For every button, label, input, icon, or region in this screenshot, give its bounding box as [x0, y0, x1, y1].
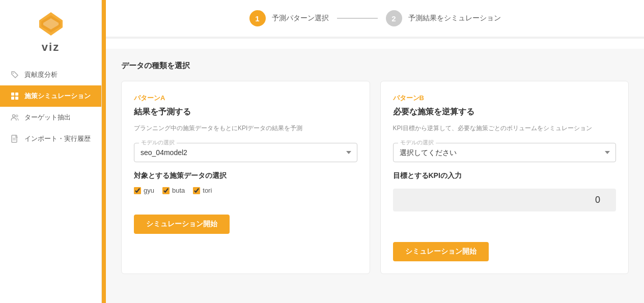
step-2-circle: 2: [386, 10, 402, 26]
tag-icon: [10, 70, 19, 79]
pattern-a-simulate-button[interactable]: シミュレーション開始: [134, 215, 230, 234]
step-2: 2 予測結果をシミュレーション: [386, 10, 501, 26]
sidebar-item-contribution-label: 貢献度分析: [24, 70, 58, 79]
main-content: 1 予測パターン選択 2 予測結果をシミュレーション データの種類を選択 パター…: [106, 0, 644, 303]
kpi-input-title: 目標とするKPIの入力: [393, 171, 617, 180]
checkbox-gyu[interactable]: gyu: [134, 187, 154, 194]
pattern-b-model-group: モデルの選択 選択してください seo_04model2: [393, 143, 617, 162]
pattern-a-model-label: モデルの選択: [139, 139, 177, 146]
kpi-input[interactable]: [401, 195, 608, 205]
pattern-b-card: パターンB 必要な施策を逆算する KPI目標から逆算して、必要な施策ごとのボリュ…: [380, 81, 629, 274]
pattern-b-label: パターンB: [393, 94, 617, 103]
checkbox-buta-input[interactable]: [162, 187, 170, 194]
file-icon: [10, 134, 19, 143]
cards-row: パターンA 結果を予測する プランニング中の施策データをもとにKPIデータの結果…: [121, 81, 629, 274]
sidebar-item-simulation-label: 施策シミュレーション: [24, 92, 91, 101]
pattern-b-description: KPI目標から逆算して、必要な施策ごとのボリュームをシミュレーション: [393, 124, 617, 133]
svg-rect-7: [15, 97, 18, 100]
svg-rect-6: [11, 97, 14, 100]
sidebar-item-target[interactable]: ターゲット抽出: [0, 107, 101, 128]
sidebar-nav: 貢献度分析 施策シミュレーション: [0, 64, 101, 149]
logo-text: viz: [42, 41, 60, 54]
logo-icon: [37, 10, 65, 38]
step-1-circle: 1: [249, 10, 266, 26]
sidebar-item-contribution[interactable]: 貢献度分析: [0, 64, 101, 85]
pattern-a-description: プランニング中の施策データをもとにKPIデータの結果を予測: [134, 124, 357, 133]
step-connector: [337, 18, 378, 19]
section-title: データの種類を選択: [121, 61, 629, 71]
checkbox-buta-label: buta: [172, 187, 185, 194]
checkbox-gyu-input[interactable]: [134, 187, 141, 194]
checkbox-buta[interactable]: buta: [162, 187, 185, 194]
sidebar-item-simulation[interactable]: 施策シミュレーション: [0, 85, 101, 107]
pattern-b-model-label: モデルの選択: [398, 139, 436, 146]
accent-bar: [102, 0, 106, 303]
grid-icon: [10, 92, 19, 101]
sidebar-item-import[interactable]: インポート・実行履歴: [0, 128, 101, 149]
checkbox-tori-input[interactable]: [193, 187, 200, 194]
step-2-label: 予測結果をシミュレーション: [408, 14, 501, 23]
checkbox-group: gyu buta tori: [134, 187, 357, 194]
step-1: 1 予測パターン選択: [249, 10, 329, 26]
data-selection-title: 対象とする施策データの選択: [134, 171, 357, 180]
svg-point-9: [16, 115, 18, 117]
content-area: データの種類を選択 パターンA 結果を予測する プランニング中の施策データをもと…: [106, 49, 644, 303]
kpi-input-box: [393, 189, 617, 211]
pattern-b-simulate-button[interactable]: シミュレーション開始: [393, 242, 489, 261]
logo-area: viz: [0, 0, 101, 59]
pattern-a-model-group: モデルの選択 seo_04model2 seo_03model1 seo_02m…: [134, 143, 357, 162]
checkbox-gyu-label: gyu: [144, 187, 154, 194]
pattern-b-title: 必要な施策を逆算する: [393, 107, 617, 117]
people-icon: [10, 113, 19, 122]
sidebar-item-target-label: ターゲット抽出: [24, 113, 71, 122]
svg-point-8: [13, 115, 15, 117]
checkbox-tori[interactable]: tori: [193, 187, 212, 194]
pattern-a-title: 結果を予測する: [134, 107, 357, 117]
step-1-label: 予測パターン選択: [272, 14, 329, 23]
kpi-input-area: [393, 189, 617, 211]
header-divider: [106, 38, 644, 39]
svg-rect-5: [15, 93, 18, 96]
checkbox-tori-label: tori: [203, 187, 212, 194]
steps-header: 1 予測パターン選択 2 予測結果をシミュレーション: [106, 0, 644, 38]
svg-rect-4: [11, 93, 14, 96]
sidebar: viz 貢献度分析 施策シミュレーション: [0, 0, 102, 303]
pattern-a-label: パターンA: [134, 94, 357, 103]
svg-point-3: [13, 73, 14, 74]
pattern-a-card: パターンA 結果を予測する プランニング中の施策データをもとにKPIデータの結果…: [121, 81, 370, 274]
sidebar-item-import-label: インポート・実行履歴: [24, 134, 91, 143]
